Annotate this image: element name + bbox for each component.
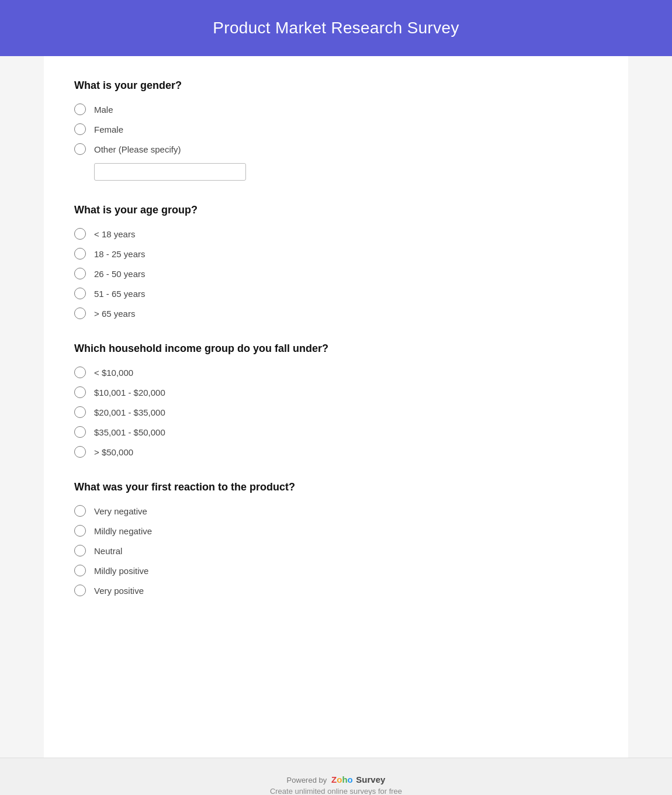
age-option-26-50[interactable]: 26 - 50 years	[74, 268, 598, 279]
question-reaction-label: What was your first reaction to the prod…	[74, 481, 598, 493]
question-age: What is your age group? < 18 years 18 - …	[74, 204, 598, 319]
gender-radio-female[interactable]	[74, 123, 86, 135]
question-age-label: What is your age group?	[74, 204, 598, 216]
question-gender-label: What is your gender?	[74, 80, 598, 92]
reaction-radio-very-negative[interactable]	[74, 505, 86, 517]
gender-label-male: Male	[94, 105, 113, 115]
income-option-20k-35k[interactable]: $20,001 - $35,000	[74, 406, 598, 418]
income-option-over50k[interactable]: > $50,000	[74, 446, 598, 458]
survey-title: Product Market Research Survey	[12, 19, 660, 37]
reaction-label-very-negative: Very negative	[94, 506, 147, 516]
survey-brand-text: Survey	[356, 775, 385, 784]
income-option-35k-50k[interactable]: $35,001 - $50,000	[74, 426, 598, 438]
reaction-radio-mildly-negative[interactable]	[74, 525, 86, 537]
reaction-radio-mildly-positive[interactable]	[74, 565, 86, 576]
income-radio-over50k[interactable]	[74, 446, 86, 458]
reaction-label-very-positive: Very positive	[94, 586, 144, 596]
age-radio-51-65[interactable]	[74, 288, 86, 299]
gender-option-female[interactable]: Female	[74, 123, 598, 135]
reaction-radio-very-positive[interactable]	[74, 585, 86, 596]
reaction-label-mildly-negative: Mildly negative	[94, 526, 152, 536]
age-label-26-50: 26 - 50 years	[94, 269, 146, 279]
income-label-35k-50k: $35,001 - $50,000	[94, 427, 165, 437]
income-option-under10k[interactable]: < $10,000	[74, 367, 598, 378]
reaction-option-mildly-negative[interactable]: Mildly negative	[74, 525, 598, 537]
income-label-under10k: < $10,000	[94, 368, 133, 378]
income-radio-10k-20k[interactable]	[74, 386, 86, 398]
income-option-10k-20k[interactable]: $10,001 - $20,000	[74, 386, 598, 398]
zoho-logo: Zoho	[329, 775, 353, 784]
reaction-label-mildly-positive: Mildly positive	[94, 566, 148, 576]
age-radio-under18[interactable]	[74, 228, 86, 240]
gender-option-other[interactable]: Other (Please specify)	[74, 143, 598, 155]
reaction-radio-neutral[interactable]	[74, 545, 86, 556]
age-label-over65: > 65 years	[94, 309, 135, 319]
powered-by-text: Powered by	[287, 776, 327, 784]
age-label-51-65: 51 - 65 years	[94, 289, 146, 299]
gender-label-other: Other (Please specify)	[94, 144, 181, 154]
survey-footer: Powered by Zoho Survey Create unlimited …	[0, 758, 672, 795]
income-label-20k-35k: $20,001 - $35,000	[94, 407, 165, 417]
gender-label-female: Female	[94, 125, 123, 134]
age-radio-18-25[interactable]	[74, 248, 86, 260]
question-income-label: Which household income group do you fall…	[74, 343, 598, 355]
reaction-option-mildly-positive[interactable]: Mildly positive	[74, 565, 598, 576]
age-option-under18[interactable]: < 18 years	[74, 228, 598, 240]
reaction-option-neutral[interactable]: Neutral	[74, 545, 598, 556]
zoho-letter-o1: o	[337, 775, 342, 784]
footer-tagline: Create unlimited online surveys for free	[12, 787, 660, 795]
reaction-option-very-positive[interactable]: Very positive	[74, 585, 598, 596]
gender-option-male[interactable]: Male	[74, 103, 598, 115]
age-label-under18: < 18 years	[94, 229, 135, 239]
age-radio-26-50[interactable]	[74, 268, 86, 279]
powered-by-line: Powered by Zoho Survey	[12, 775, 660, 784]
income-label-over50k: > $50,000	[94, 447, 133, 457]
income-radio-35k-50k[interactable]	[74, 426, 86, 438]
age-option-51-65[interactable]: 51 - 65 years	[74, 288, 598, 299]
gender-radio-male[interactable]	[74, 103, 86, 115]
survey-header: Product Market Research Survey	[0, 0, 672, 56]
survey-body: What is your gender? Male Female Other (…	[44, 56, 628, 758]
zoho-letter-o2: o	[348, 775, 353, 784]
age-option-over65[interactable]: > 65 years	[74, 307, 598, 319]
zoho-letter-h: h	[342, 775, 347, 784]
age-label-18-25: 18 - 25 years	[94, 249, 146, 259]
age-option-18-25[interactable]: 18 - 25 years	[74, 248, 598, 260]
reaction-option-very-negative[interactable]: Very negative	[74, 505, 598, 517]
gender-radio-other[interactable]	[74, 143, 86, 155]
income-radio-20k-35k[interactable]	[74, 406, 86, 418]
question-income: Which household income group do you fall…	[74, 343, 598, 458]
reaction-label-neutral: Neutral	[94, 546, 122, 556]
income-radio-under10k[interactable]	[74, 367, 86, 378]
age-radio-over65[interactable]	[74, 307, 86, 319]
zoho-letter-z: Z	[331, 775, 337, 784]
question-reaction: What was your first reaction to the prod…	[74, 481, 598, 596]
gender-other-input[interactable]	[94, 163, 246, 181]
income-label-10k-20k: $10,001 - $20,000	[94, 388, 165, 398]
question-gender: What is your gender? Male Female Other (…	[74, 80, 598, 181]
